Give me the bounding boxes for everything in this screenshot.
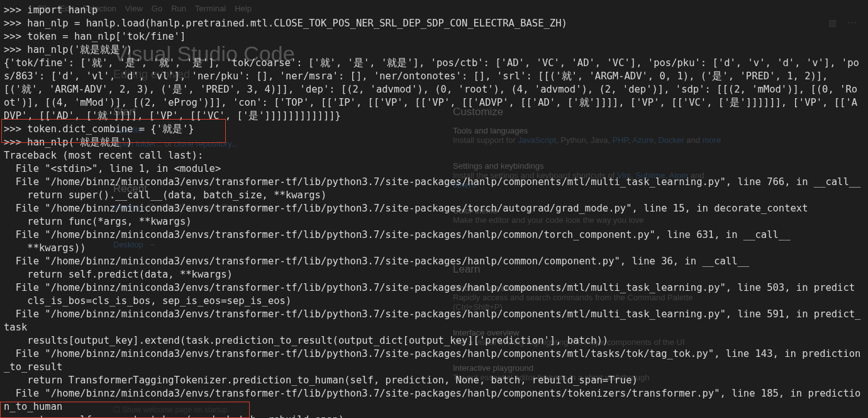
terminal-line: File "/home/binnz/miniconda3/envs/transf… (4, 281, 863, 295)
terminal-line: >>> han_nlp = hanlp.load(hanlp.pretraine… (4, 17, 863, 30)
terminal-line: File "/home/binnz/miniconda3/envs/transf… (4, 347, 863, 374)
terminal-line: results[output_key].extend(task.predicti… (4, 334, 863, 347)
terminal-line: File "/home/binnz/miniconda3/envs/transf… (4, 255, 863, 268)
terminal-line: File "/home/binnz/miniconda3/envs/transf… (4, 176, 863, 189)
terminal-line: Traceback (most recent call last): (4, 149, 863, 162)
terminal-line: return self.spans_to_tokens(pred, batch,… (4, 414, 863, 418)
terminal-line: File "/home/binnz/miniconda3/envs/transf… (4, 202, 863, 215)
terminal-line: return super().__call__(data, batch_size… (4, 189, 863, 202)
terminal-line: return self.predict(data, **kwargs) (4, 268, 863, 281)
terminal-line: >>> token.dict_combine = {'就是'} (4, 123, 863, 136)
terminal-line: File "/home/binnz/miniconda3/envs/transf… (4, 387, 863, 414)
terminal-line: File "/home/binnz/miniconda3/envs/transf… (4, 229, 863, 242)
terminal-line: **kwargs)) (4, 242, 863, 255)
terminal-line: >>> han_nlp('就是就是') (4, 136, 863, 149)
terminal-line: >>> token = han_nlp['tok/fine'] (4, 30, 863, 43)
terminal-output[interactable]: >>> import hanlp>>> han_nlp = hanlp.load… (0, 0, 868, 418)
terminal-line: return func(*args, **kwargs) (4, 215, 863, 229)
terminal-line: File "<stdin>", line 1, in <module> (4, 162, 863, 176)
terminal-line: {'tok/fine': ['就', '是', '就', '是'], 'tok/… (4, 57, 863, 123)
terminal-line: File "/home/binnz/miniconda3/envs/transf… (4, 308, 863, 334)
terminal-line: cls_is_bos=cls_is_bos, sep_is_eos=sep_is… (4, 295, 863, 308)
terminal-line: >>> import hanlp (4, 4, 863, 17)
terminal-line: >>> han_nlp('就是就是') (4, 43, 863, 57)
terminal-line: return TransformerTaggingTokenizer.predi… (4, 374, 863, 387)
